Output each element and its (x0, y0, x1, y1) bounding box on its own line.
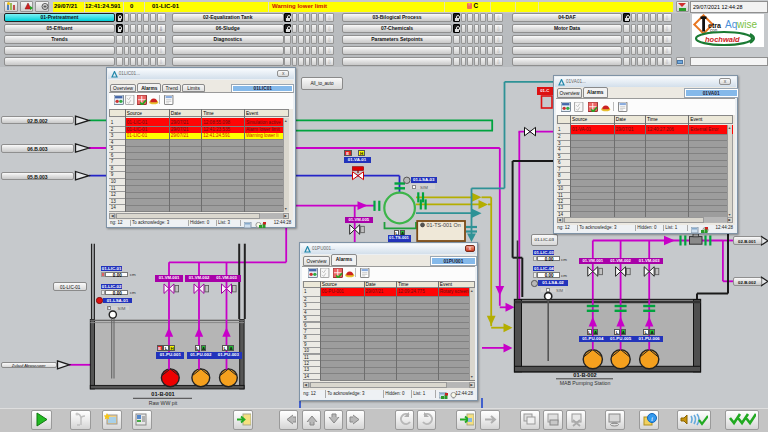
svg-text:01-TS-001 On: 01-TS-001 On (427, 222, 461, 228)
svg-text:i: i (651, 415, 653, 423)
